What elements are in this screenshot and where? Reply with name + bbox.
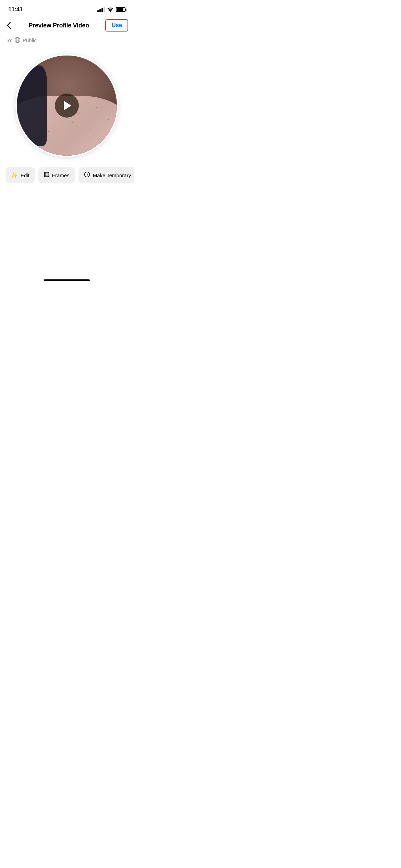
play-icon bbox=[64, 101, 71, 110]
signal-bars-icon bbox=[97, 7, 105, 12]
svg-rect-3 bbox=[45, 173, 48, 176]
play-button[interactable] bbox=[55, 94, 79, 118]
page-title: Preview Profile Video bbox=[28, 22, 89, 29]
edit-button[interactable]: ✨ Edit bbox=[5, 167, 35, 183]
status-bar: 11:41 bbox=[0, 0, 134, 17]
frames-icon bbox=[44, 172, 49, 179]
svg-point-0 bbox=[110, 11, 111, 12]
video-section bbox=[0, 47, 134, 167]
action-buttons-row: ✨ Edit Frames Make Temporary bbox=[0, 167, 134, 191]
audience-row: To: Public bbox=[0, 35, 134, 47]
use-button[interactable]: Use bbox=[105, 19, 128, 32]
back-button[interactable] bbox=[5, 20, 12, 31]
status-icons bbox=[97, 7, 125, 12]
profile-video[interactable] bbox=[15, 54, 118, 157]
battery-icon bbox=[116, 7, 125, 12]
nav-bar: Preview Profile Video Use bbox=[0, 17, 134, 35]
edit-icon: ✨ bbox=[11, 172, 18, 179]
make-temporary-button[interactable]: Make Temporary bbox=[78, 167, 134, 183]
clock-icon bbox=[84, 171, 90, 179]
frames-button[interactable]: Frames bbox=[38, 167, 75, 183]
home-indicator bbox=[0, 277, 134, 289]
globe-icon bbox=[14, 37, 21, 43]
make-temporary-label: Make Temporary bbox=[93, 172, 131, 178]
audience-label: Public bbox=[23, 37, 37, 43]
status-time: 11:41 bbox=[8, 6, 23, 13]
edit-label: Edit bbox=[21, 172, 29, 178]
to-label: To: bbox=[5, 37, 12, 43]
home-bar bbox=[44, 279, 90, 281]
wifi-icon bbox=[107, 7, 113, 12]
frames-label: Frames bbox=[52, 172, 70, 178]
